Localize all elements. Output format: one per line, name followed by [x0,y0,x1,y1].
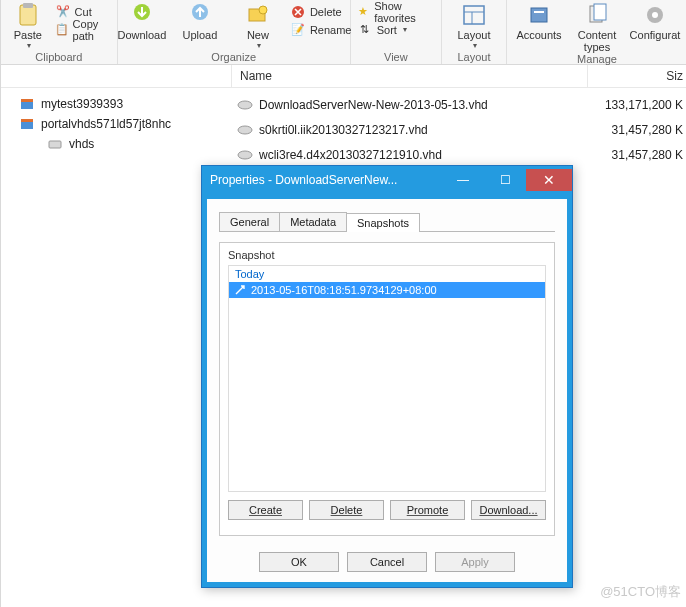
tab-metadata[interactable]: Metadata [279,212,347,231]
configuration-button[interactable]: Configurat [629,1,681,41]
new-icon [242,1,274,29]
content-types-icon [581,1,613,29]
dialog-footer: OK Cancel Apply [207,544,567,582]
chevron-down-icon: ▾ [473,41,477,50]
layout-button[interactable]: Layout ▾ [448,1,500,50]
tree-item[interactable]: mytest3939393 [1,94,231,114]
download-snapshot-button[interactable]: Download... [471,500,546,520]
tab-general[interactable]: General [219,212,280,231]
storage-icon [19,116,35,132]
chevron-down-icon: ▾ [257,41,261,50]
svg-rect-1 [23,3,33,8]
content-types-button[interactable]: Content types [571,1,623,53]
file-row[interactable]: s0krti0l.iik20130327123217.vhd 31,457,28… [231,117,686,142]
file-row[interactable]: wcli3re4.d4x20130327121910.vhd 31,457,28… [231,142,686,167]
group-label-view: View [384,51,408,63]
svg-rect-7 [464,6,484,24]
tabs: General Metadata Snapshots [219,209,555,232]
new-button[interactable]: New ▾ [232,1,284,50]
group-label-organize: Organize [211,51,256,63]
svg-rect-11 [534,11,544,13]
container-icon [47,136,63,152]
tree-pane: mytest3939393 portalvhds571ld57jt8nhc vh… [1,88,231,607]
svg-rect-19 [21,119,33,122]
maximize-button[interactable]: ☐ [484,169,526,191]
paste-icon [12,1,44,29]
minimize-button[interactable]: — [442,169,484,191]
snapshot-list[interactable]: Today 2013-05-16T08:18:51.9734129+08:00 [228,265,546,492]
close-button[interactable]: ✕ [526,169,572,191]
star-icon: ★ [357,4,370,20]
svg-rect-17 [21,99,33,102]
group-label-manage: Manage [577,53,617,65]
svg-point-23 [238,151,252,159]
upload-button[interactable]: Upload [174,1,226,41]
download-button[interactable]: Download [116,1,168,41]
copy-path-button[interactable]: 📋Copy path [55,21,111,38]
create-button[interactable]: Create [228,500,303,520]
rename-icon: 📝 [290,22,306,38]
delete-icon [290,4,306,20]
chevron-down-icon: ▾ [27,41,31,50]
svg-point-21 [238,101,252,109]
file-row[interactable]: DownloadServerNew-New-2013-05-13.vhd 133… [231,92,686,117]
column-headers: Name Siz [1,65,686,88]
ok-button[interactable]: OK [259,552,339,572]
vhd-icon [231,98,259,112]
properties-dialog: Properties - DownloadServerNew... — ☐ ✕ … [201,165,573,588]
show-favorites-button[interactable]: ★Show favorites [357,3,435,20]
promote-button[interactable]: Promote [390,500,465,520]
delete-snapshot-button[interactable]: Delete [309,500,384,520]
vhd-icon [231,148,259,162]
watermark: @51CTO博客 [600,583,681,601]
svg-point-15 [652,12,658,18]
delete-button[interactable]: Delete [290,3,352,20]
storage-icon [19,96,35,112]
snapshot-item-selected[interactable]: 2013-05-16T08:18:51.9734129+08:00 [229,282,545,298]
scissors-icon: ✂️ [55,4,71,20]
gear-icon [639,1,671,29]
copy-path-icon: 📋 [55,22,69,38]
svg-rect-10 [531,8,547,22]
svg-point-22 [238,126,252,134]
svg-rect-13 [594,4,606,20]
group-label-layout: Layout [457,51,490,63]
rename-button[interactable]: 📝Rename [290,21,352,38]
snapshot-group: Snapshot Today 2013-05-16T08:18:51.97341… [219,242,555,536]
download-icon [126,1,158,29]
sort-button[interactable]: ⇅Sort▾ [357,21,435,38]
upload-icon [184,1,216,29]
accounts-icon [523,1,555,29]
svg-point-5 [259,6,267,14]
group-label-clipboard: Clipboard [35,51,82,63]
snapshot-icon [233,283,247,297]
sort-icon: ⇅ [357,22,373,38]
dialog-title: Properties - DownloadServerNew... [202,173,442,187]
list-group-today: Today [229,266,545,282]
paste-label: Paste [14,29,42,41]
apply-button[interactable]: Apply [435,552,515,572]
chevron-down-icon: ▾ [403,25,407,34]
layout-icon [458,1,490,29]
column-size[interactable]: Siz [588,65,686,87]
tree-item[interactable]: portalvhds571ld57jt8nhc [1,114,231,134]
accounts-button[interactable]: Accounts [513,1,565,41]
tab-snapshots[interactable]: Snapshots [346,213,420,232]
svg-rect-20 [49,141,61,148]
snapshot-group-label: Snapshot [228,249,546,261]
cancel-button[interactable]: Cancel [347,552,427,572]
ribbon: Paste ▾ ✂️Cut 📋Copy path Clipboard Downl… [1,0,686,65]
titlebar[interactable]: Properties - DownloadServerNew... — ☐ ✕ [202,166,572,194]
paste-button[interactable]: Paste ▾ [7,1,49,50]
column-name[interactable]: Name [232,65,588,87]
vhd-icon [231,123,259,137]
tree-item-vhds[interactable]: vhds [1,134,231,154]
